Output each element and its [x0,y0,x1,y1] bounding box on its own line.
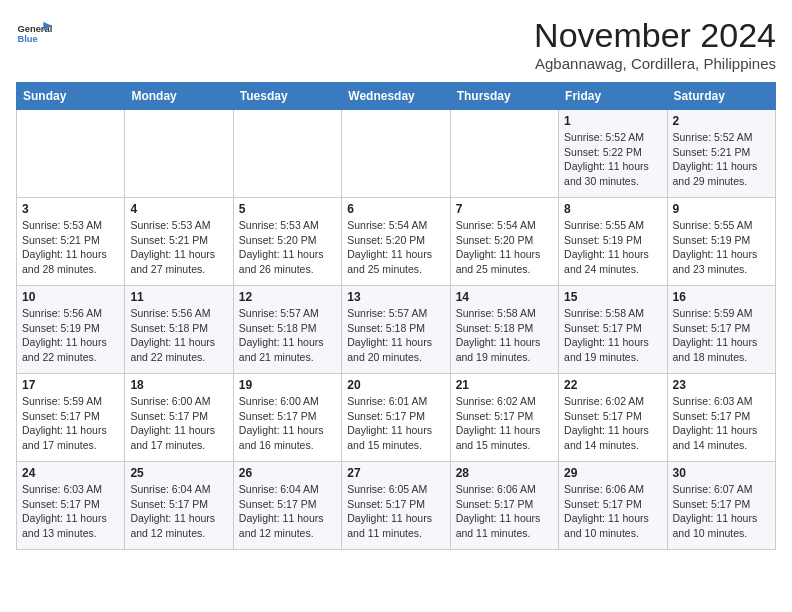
day-info: Sunrise: 5:58 AM Sunset: 5:17 PM Dayligh… [564,306,661,365]
day-info: Sunrise: 5:58 AM Sunset: 5:18 PM Dayligh… [456,306,553,365]
day-cell: 17Sunrise: 5:59 AM Sunset: 5:17 PM Dayli… [17,374,125,462]
day-number: 23 [673,378,770,392]
day-info: Sunrise: 5:52 AM Sunset: 5:22 PM Dayligh… [564,130,661,189]
day-cell: 10Sunrise: 5:56 AM Sunset: 5:19 PM Dayli… [17,286,125,374]
day-cell: 19Sunrise: 6:00 AM Sunset: 5:17 PM Dayli… [233,374,341,462]
day-info: Sunrise: 5:56 AM Sunset: 5:19 PM Dayligh… [22,306,119,365]
day-info: Sunrise: 6:00 AM Sunset: 5:17 PM Dayligh… [239,394,336,453]
day-info: Sunrise: 5:54 AM Sunset: 5:20 PM Dayligh… [347,218,444,277]
day-cell: 26Sunrise: 6:04 AM Sunset: 5:17 PM Dayli… [233,462,341,550]
day-info: Sunrise: 6:06 AM Sunset: 5:17 PM Dayligh… [564,482,661,541]
day-info: Sunrise: 5:57 AM Sunset: 5:18 PM Dayligh… [239,306,336,365]
day-number: 30 [673,466,770,480]
calendar-table: SundayMondayTuesdayWednesdayThursdayFrid… [16,82,776,550]
day-number: 22 [564,378,661,392]
weekday-friday: Friday [559,83,667,110]
day-info: Sunrise: 6:07 AM Sunset: 5:17 PM Dayligh… [673,482,770,541]
day-number: 9 [673,202,770,216]
svg-text:Blue: Blue [17,34,37,44]
day-number: 16 [673,290,770,304]
day-cell: 23Sunrise: 6:03 AM Sunset: 5:17 PM Dayli… [667,374,775,462]
day-cell: 7Sunrise: 5:54 AM Sunset: 5:20 PM Daylig… [450,198,558,286]
day-info: Sunrise: 5:53 AM Sunset: 5:20 PM Dayligh… [239,218,336,277]
day-number: 11 [130,290,227,304]
week-row-1: 3Sunrise: 5:53 AM Sunset: 5:21 PM Daylig… [17,198,776,286]
day-cell: 12Sunrise: 5:57 AM Sunset: 5:18 PM Dayli… [233,286,341,374]
day-cell: 30Sunrise: 6:07 AM Sunset: 5:17 PM Dayli… [667,462,775,550]
day-number: 12 [239,290,336,304]
day-cell: 16Sunrise: 5:59 AM Sunset: 5:17 PM Dayli… [667,286,775,374]
day-number: 6 [347,202,444,216]
day-number: 14 [456,290,553,304]
day-number: 5 [239,202,336,216]
day-info: Sunrise: 5:56 AM Sunset: 5:18 PM Dayligh… [130,306,227,365]
day-cell: 5Sunrise: 5:53 AM Sunset: 5:20 PM Daylig… [233,198,341,286]
day-cell: 8Sunrise: 5:55 AM Sunset: 5:19 PM Daylig… [559,198,667,286]
day-cell [125,110,233,198]
day-number: 8 [564,202,661,216]
logo-icon: General Blue [16,16,52,52]
month-title: November 2024 [534,16,776,55]
day-info: Sunrise: 6:02 AM Sunset: 5:17 PM Dayligh… [564,394,661,453]
day-number: 17 [22,378,119,392]
day-info: Sunrise: 5:54 AM Sunset: 5:20 PM Dayligh… [456,218,553,277]
day-cell: 3Sunrise: 5:53 AM Sunset: 5:21 PM Daylig… [17,198,125,286]
day-number: 29 [564,466,661,480]
day-cell: 6Sunrise: 5:54 AM Sunset: 5:20 PM Daylig… [342,198,450,286]
day-number: 1 [564,114,661,128]
day-info: Sunrise: 6:01 AM Sunset: 5:17 PM Dayligh… [347,394,444,453]
day-number: 27 [347,466,444,480]
day-info: Sunrise: 6:05 AM Sunset: 5:17 PM Dayligh… [347,482,444,541]
weekday-saturday: Saturday [667,83,775,110]
day-info: Sunrise: 5:59 AM Sunset: 5:17 PM Dayligh… [22,394,119,453]
weekday-wednesday: Wednesday [342,83,450,110]
week-row-3: 17Sunrise: 5:59 AM Sunset: 5:17 PM Dayli… [17,374,776,462]
week-row-0: 1Sunrise: 5:52 AM Sunset: 5:22 PM Daylig… [17,110,776,198]
weekday-tuesday: Tuesday [233,83,341,110]
weekday-thursday: Thursday [450,83,558,110]
day-info: Sunrise: 6:06 AM Sunset: 5:17 PM Dayligh… [456,482,553,541]
day-info: Sunrise: 5:59 AM Sunset: 5:17 PM Dayligh… [673,306,770,365]
weekday-monday: Monday [125,83,233,110]
day-number: 18 [130,378,227,392]
week-row-4: 24Sunrise: 6:03 AM Sunset: 5:17 PM Dayli… [17,462,776,550]
day-number: 4 [130,202,227,216]
day-cell: 29Sunrise: 6:06 AM Sunset: 5:17 PM Dayli… [559,462,667,550]
page-header: General Blue November 2024 Agbannawag, C… [16,16,776,72]
day-cell: 24Sunrise: 6:03 AM Sunset: 5:17 PM Dayli… [17,462,125,550]
day-info: Sunrise: 5:53 AM Sunset: 5:21 PM Dayligh… [22,218,119,277]
day-cell: 22Sunrise: 6:02 AM Sunset: 5:17 PM Dayli… [559,374,667,462]
day-cell: 28Sunrise: 6:06 AM Sunset: 5:17 PM Dayli… [450,462,558,550]
day-info: Sunrise: 5:55 AM Sunset: 5:19 PM Dayligh… [564,218,661,277]
day-cell [233,110,341,198]
day-cell: 21Sunrise: 6:02 AM Sunset: 5:17 PM Dayli… [450,374,558,462]
day-info: Sunrise: 5:53 AM Sunset: 5:21 PM Dayligh… [130,218,227,277]
day-number: 3 [22,202,119,216]
logo: General Blue [16,16,52,52]
location-title: Agbannawag, Cordillera, Philippines [534,55,776,72]
day-info: Sunrise: 6:04 AM Sunset: 5:17 PM Dayligh… [239,482,336,541]
day-cell [450,110,558,198]
day-info: Sunrise: 6:02 AM Sunset: 5:17 PM Dayligh… [456,394,553,453]
weekday-sunday: Sunday [17,83,125,110]
day-info: Sunrise: 5:57 AM Sunset: 5:18 PM Dayligh… [347,306,444,365]
day-cell: 14Sunrise: 5:58 AM Sunset: 5:18 PM Dayli… [450,286,558,374]
day-number: 13 [347,290,444,304]
day-info: Sunrise: 6:03 AM Sunset: 5:17 PM Dayligh… [673,394,770,453]
day-info: Sunrise: 6:00 AM Sunset: 5:17 PM Dayligh… [130,394,227,453]
day-cell: 11Sunrise: 5:56 AM Sunset: 5:18 PM Dayli… [125,286,233,374]
day-cell: 15Sunrise: 5:58 AM Sunset: 5:17 PM Dayli… [559,286,667,374]
day-number: 20 [347,378,444,392]
day-number: 19 [239,378,336,392]
day-cell [17,110,125,198]
weekday-header-row: SundayMondayTuesdayWednesdayThursdayFrid… [17,83,776,110]
day-cell: 20Sunrise: 6:01 AM Sunset: 5:17 PM Dayli… [342,374,450,462]
day-cell: 4Sunrise: 5:53 AM Sunset: 5:21 PM Daylig… [125,198,233,286]
day-number: 2 [673,114,770,128]
day-cell: 25Sunrise: 6:04 AM Sunset: 5:17 PM Dayli… [125,462,233,550]
day-number: 7 [456,202,553,216]
day-number: 21 [456,378,553,392]
day-info: Sunrise: 6:03 AM Sunset: 5:17 PM Dayligh… [22,482,119,541]
day-number: 15 [564,290,661,304]
day-cell [342,110,450,198]
